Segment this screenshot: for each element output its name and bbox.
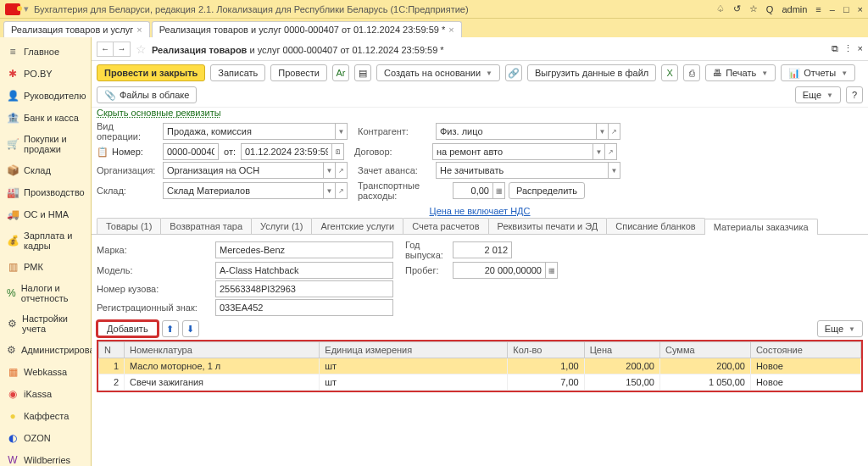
sidebar-item[interactable]: ≡Главное (0, 41, 91, 63)
model-input[interactable] (215, 262, 393, 279)
history-icon[interactable]: ↺ (733, 3, 741, 14)
minimize-icon[interactable]: – (830, 4, 835, 14)
tab[interactable]: Возвратная тара (160, 218, 252, 234)
sidebar-item[interactable]: ▥РМК (0, 256, 91, 278)
date-input[interactable] (241, 143, 332, 160)
cloud-button[interactable]: 📎 Файлы в облаке (97, 86, 197, 103)
export-button[interactable]: Выгрузить данные в файл (527, 64, 656, 81)
calc-icon[interactable]: ▦ (493, 182, 505, 199)
calendar-icon[interactable]: 🗓 (332, 143, 344, 160)
sidebar-item[interactable]: 🚚ОС и НМА (0, 203, 91, 225)
post-button[interactable]: Провести (270, 64, 327, 81)
down-icon[interactable]: ▾ (24, 3, 29, 14)
sidebar-item[interactable]: 💰Зарплата и кадры (0, 225, 91, 256)
settings-icon[interactable]: ≡ (815, 4, 821, 14)
app-tab-0[interactable]: Реализация товаров и услуг× (3, 21, 150, 37)
dropdown-icon[interactable]: ▼ (324, 162, 336, 179)
more-button[interactable]: Еще▼ (795, 86, 841, 103)
add-button[interactable]: Добавить (97, 320, 159, 337)
dropdown-icon[interactable]: ▼ (597, 123, 609, 140)
op-type-input[interactable] (163, 123, 336, 140)
sidebar-item[interactable]: ⚙Администрирование (0, 339, 91, 361)
nav-back-button[interactable]: ← (97, 42, 114, 57)
sidebar-item[interactable]: WWildberries (0, 449, 91, 466)
calc-icon[interactable]: ▦ (546, 262, 558, 279)
dropdown-icon[interactable]: ▼ (593, 143, 605, 160)
distribute-button[interactable]: Распределить (509, 182, 585, 199)
sidebar-item[interactable]: 📦Склад (0, 159, 91, 181)
reports-button[interactable]: 📊 Отчеты▼ (781, 64, 855, 81)
grid-more-button[interactable]: Еще▼ (817, 320, 863, 337)
tab[interactable]: Реквизиты печати и ЭД (488, 218, 608, 234)
sidebar-item[interactable]: 🏭Производство (0, 181, 91, 203)
vat-link[interactable]: Цена не включает НДС (430, 206, 531, 216)
move-down-button[interactable]: ⬇ (182, 320, 199, 337)
sidebar-item[interactable]: 🏦Банк и касса (0, 107, 91, 129)
dropdown-icon[interactable]: ▼ (609, 162, 620, 179)
tab[interactable]: Списание бланков (606, 218, 704, 234)
post-close-button[interactable]: Провести и закрыть (97, 64, 205, 81)
popout-icon[interactable]: ⧉ (832, 43, 838, 54)
advance-input[interactable] (436, 162, 609, 179)
table-row[interactable]: 1Масло моторное, 1 лшт1,00200,00200,00Но… (99, 358, 861, 374)
open-icon[interactable]: ↗ (336, 162, 348, 179)
create-based-button[interactable]: Создать на основании▼ (376, 64, 500, 81)
brand-input[interactable] (215, 241, 393, 258)
sidebar-item[interactable]: ◉iKassa (0, 383, 91, 405)
xml-icon[interactable]: ⎙ (683, 64, 700, 81)
dt-kt-icon[interactable]: Ar (332, 64, 349, 81)
tab[interactable]: Материалы заказчика (704, 219, 818, 235)
print-button[interactable]: 🖶 Печать▼ (705, 64, 776, 81)
sidebar-item[interactable]: 👤Руководителю (0, 85, 91, 107)
nav-fwd-button[interactable]: → (114, 42, 131, 57)
open-icon[interactable]: ↗ (336, 182, 348, 199)
tab[interactable]: Счета расчетов (403, 218, 488, 234)
struct-icon[interactable]: ▤ (354, 64, 371, 81)
write-button[interactable]: Записать (210, 64, 265, 81)
number-input[interactable] (163, 143, 219, 160)
dropdown-icon[interactable]: ▼ (324, 182, 336, 199)
sidebar-item[interactable]: ✱PO.BY (0, 63, 91, 85)
sidebar-item[interactable]: ▦Webkassa (0, 361, 91, 383)
tab[interactable]: Агентские услуги (311, 218, 403, 234)
org-input[interactable] (163, 162, 324, 179)
open-icon[interactable]: ↗ (605, 143, 617, 160)
open-icon[interactable]: ↗ (609, 123, 620, 140)
star-icon[interactable]: ☆ (749, 3, 758, 14)
app-tab-1[interactable]: Реализация товаров и услуг 0000-000407 о… (152, 21, 462, 37)
search-icon[interactable]: Q (766, 4, 774, 14)
sidebar-item[interactable]: %Налоги и отчетность (0, 278, 91, 308)
hide-requisites-link[interactable]: Скрыть основные реквизиты (92, 108, 868, 118)
plate-input[interactable] (215, 299, 393, 316)
sidebar-item[interactable]: ◐OZON (0, 427, 91, 449)
help-button[interactable]: ? (846, 86, 863, 103)
sidebar-item[interactable]: ⚙Настройки учета (0, 308, 91, 339)
close-doc-icon[interactable]: × (858, 43, 863, 54)
move-up-button[interactable]: ⬆ (162, 320, 179, 337)
menu-icon[interactable]: ⋮ (843, 43, 853, 54)
sidebar-item[interactable]: ●Каффеста (0, 405, 91, 427)
close-icon[interactable]: × (858, 4, 863, 14)
close-tab-icon[interactable]: × (448, 25, 453, 35)
mileage-input[interactable] (453, 262, 546, 279)
contract-input[interactable] (432, 143, 593, 160)
clip-icon[interactable]: 📋 (97, 147, 108, 158)
dropdown-icon[interactable]: ▼ (336, 123, 348, 140)
table-row[interactable]: 2Свечи зажиганияшт7,00150,001 050,00Ново… (99, 374, 861, 391)
bell-icon[interactable]: ♤ (716, 3, 725, 14)
tab[interactable]: Товары (1) (97, 218, 161, 234)
warehouse-input[interactable] (163, 182, 324, 199)
year-input[interactable] (453, 241, 512, 258)
maximize-icon[interactable]: □ (843, 4, 849, 14)
counterparty-input[interactable] (436, 123, 597, 140)
favorite-icon[interactable]: ☆ (136, 42, 147, 56)
user-label[interactable]: admin (782, 4, 807, 14)
sidebar-item[interactable]: 🛒Покупки и продажи (0, 129, 91, 159)
body-input[interactable] (215, 280, 393, 297)
close-tab-icon[interactable]: × (136, 25, 142, 35)
related-icon[interactable]: 🔗 (505, 64, 522, 81)
tab[interactable]: Услуги (1) (251, 218, 312, 234)
materials-grid[interactable]: NНоменклатураЕдиница измеренияКол-воЦена… (97, 340, 863, 392)
excel-icon[interactable]: X (661, 64, 678, 81)
transport-input[interactable] (453, 182, 493, 199)
